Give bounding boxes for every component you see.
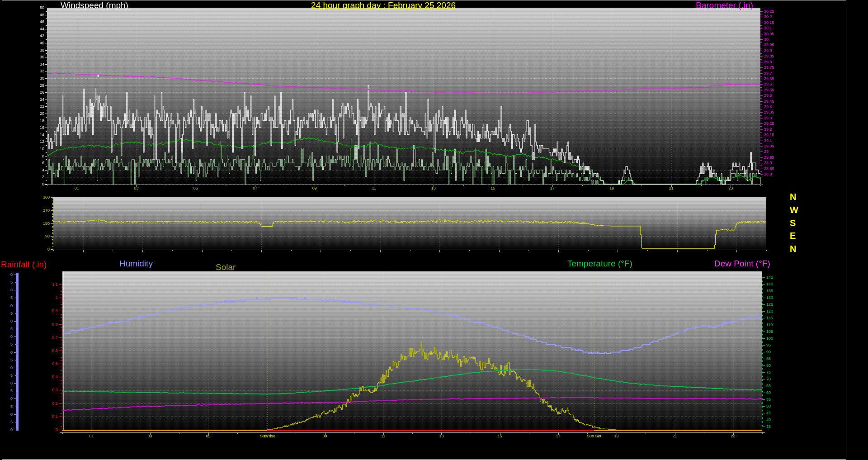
temperature-axis-label: 85 xyxy=(766,356,771,361)
humidity-axis-label: 0 xyxy=(10,381,13,385)
temperature-axis-label: 120 xyxy=(766,309,773,313)
humidity-axis-label: 0 xyxy=(10,365,13,370)
top-hour-label: 11 xyxy=(372,186,376,190)
direction-axis-label: 360 xyxy=(43,195,50,199)
solar-label: Solar xyxy=(216,262,236,272)
temperature-axis-label: 145 xyxy=(766,275,773,280)
temperature-axis-label: 70 xyxy=(766,377,771,381)
barometer-axis-label: 29.4 xyxy=(764,104,772,109)
barometer-axis-label: 28.9 xyxy=(764,161,772,165)
windspeed-axis-label: 0 xyxy=(42,182,44,186)
bottom-hour-label: 03 xyxy=(147,434,152,438)
compass-label: W xyxy=(790,205,798,215)
temperature-axis-label: 80 xyxy=(766,363,771,368)
windspeed-axis-label: 30 xyxy=(40,76,44,81)
windspeed-axis-label: 32 xyxy=(40,69,44,73)
humidity-axis-label: 0 xyxy=(10,396,13,401)
barometer-axis-label: 29.05 xyxy=(764,144,774,148)
windspeed-axis-label: 16 xyxy=(40,125,44,130)
barometer-axis-label: 29.2 xyxy=(764,127,772,132)
humidity-axis-label: 0 xyxy=(10,288,13,292)
barometer-axis-label: 30.1 xyxy=(764,26,772,30)
rain-axis-label: 0.3 xyxy=(52,388,58,392)
rain-axis-label: 0 xyxy=(56,427,58,432)
temperature-axis-label: 50 xyxy=(766,404,771,408)
top-hour-label: 15 xyxy=(491,186,495,190)
top-hour-label: 19 xyxy=(609,186,614,190)
sunrise-label: SunRise xyxy=(260,434,275,438)
windspeed-axis-label: 38 xyxy=(40,48,44,52)
barometer-axis-label: 29.55 xyxy=(764,88,774,92)
humidity-axis-label: 0 xyxy=(10,304,13,308)
rain-axis-label: 0.2 xyxy=(52,401,58,406)
humidity-axis-label: 5 xyxy=(10,389,13,393)
top-hour-label: 07 xyxy=(253,186,257,190)
humidity-axis-label: 0 xyxy=(10,272,13,277)
humidity-axis-label: 0 xyxy=(10,427,13,432)
humidity-label: Humidity xyxy=(119,259,153,269)
temperature-axis-label: 110 xyxy=(766,322,773,327)
direction-axis-label: 180 xyxy=(43,221,50,226)
bottom-hour-label: 21 xyxy=(672,434,677,438)
rain-axis-label: 0.6 xyxy=(52,348,58,353)
bottom-hour-label: 15 xyxy=(497,434,502,438)
windspeed-axis-label: 34 xyxy=(40,62,44,66)
humidity-axis-label: 5 xyxy=(10,311,13,316)
humidity-axis-label: 5 xyxy=(10,373,13,378)
compass-label: N xyxy=(790,192,796,202)
barometer-axis-label: 28.95 xyxy=(764,155,774,160)
temperature-axis-label: 95 xyxy=(766,343,771,347)
windspeed-axis-label: 24 xyxy=(40,97,44,102)
windspeed-axis-label: 46 xyxy=(40,19,44,24)
windspeed-axis-label: 14 xyxy=(40,133,44,137)
rain-axis-label: 0.9 xyxy=(52,308,58,313)
humidity-axis-label: 5 xyxy=(10,358,13,362)
windspeed-axis-label: 20 xyxy=(40,111,44,116)
bottom-hour-label: 09 xyxy=(322,434,327,438)
windspeed-title: Windspeed (mph) xyxy=(61,0,128,10)
barometer-axis-label: 28.8 xyxy=(764,172,772,176)
humidity-axis-label: 0 xyxy=(10,412,13,417)
temperature-axis-label: 125 xyxy=(766,302,773,307)
rain-axis-label: 0.5 xyxy=(52,361,58,366)
graph-title: 24 hour graph day : February 25 2026 xyxy=(311,0,456,10)
temperature-axis-label: 90 xyxy=(766,350,771,354)
humidity-axis-label: 5 xyxy=(10,280,13,285)
top-hour-label: 05 xyxy=(193,186,198,190)
compass-label: E xyxy=(790,231,796,241)
temperature-axis-label: 100 xyxy=(766,336,773,341)
humidity-axis-label: 5 xyxy=(10,420,13,424)
temperature-axis-label: 105 xyxy=(766,329,773,334)
windspeed-axis-label: 44 xyxy=(40,27,44,31)
humidity-axis-label: 5 xyxy=(10,295,13,300)
rain-axis-label: 0.7 xyxy=(52,335,58,340)
windspeed-axis-label: 28 xyxy=(40,83,44,88)
temperature-axis-label: 40 xyxy=(766,417,771,422)
weather-display-24h-graph: Windspeed (mph) 24 hour graph day : Febr… xyxy=(0,0,868,460)
barometer-axis-label: 29.5 xyxy=(764,93,772,98)
windspeed-axis-label: 8 xyxy=(42,154,44,158)
bottom-hour-label: 19 xyxy=(614,434,618,438)
windspeed-axis-label: 4 xyxy=(42,168,44,172)
windspeed-axis-label: 12 xyxy=(40,139,44,144)
temperature-axis-label: 45 xyxy=(766,411,771,415)
bottom-hour-label: 23 xyxy=(731,434,735,438)
top-hour-label: 23 xyxy=(728,186,733,190)
windspeed-axis-label: 50 xyxy=(40,5,44,10)
barometer-axis-label: 29.95 xyxy=(764,43,774,47)
barometer-axis-label: 29.25 xyxy=(764,121,774,126)
windspeed-axis-label: 10 xyxy=(40,147,44,151)
bottom-hour-label: 11 xyxy=(381,434,385,438)
humidity-axis-label: 0 xyxy=(10,319,13,323)
compass-label: S xyxy=(790,218,796,228)
direction-axis-label: 270 xyxy=(43,208,50,213)
barometer-axis-label: 29.75 xyxy=(764,65,774,70)
bottom-hour-label: 17 xyxy=(556,434,560,438)
humidity-axis-label: 0 xyxy=(10,334,13,339)
windspeed-axis-label: 2 xyxy=(42,175,44,179)
temperature-axis-label: 55 xyxy=(766,397,771,402)
rain-axis-label: 0.1 xyxy=(52,414,58,419)
barometer-axis-label: 29 xyxy=(764,149,769,154)
windspeed-axis-label: 26 xyxy=(40,90,44,95)
barometer-axis-label: 29.15 xyxy=(764,133,774,137)
